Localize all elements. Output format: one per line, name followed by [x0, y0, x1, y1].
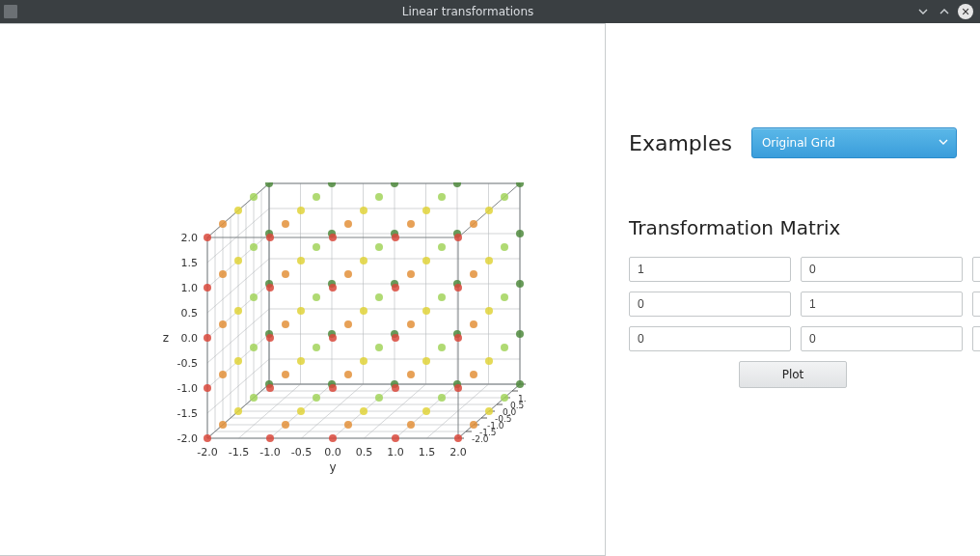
- svg-point-184: [219, 220, 227, 228]
- svg-point-199: [407, 220, 415, 228]
- svg-text:z: z: [163, 331, 169, 345]
- plot-button[interactable]: Plot: [739, 361, 847, 388]
- svg-point-161: [297, 357, 305, 365]
- svg-point-119: [391, 182, 398, 187]
- svg-point-137: [313, 293, 320, 301]
- matrix-input-1-2[interactable]: [972, 292, 980, 317]
- svg-point-138: [313, 243, 320, 251]
- workspace: -2.0-1.5-1.0-0.50.00.51.01.52.0-2.0-1.5-…: [0, 23, 980, 556]
- svg-point-150: [501, 394, 508, 402]
- svg-text:0.0: 0.0: [181, 332, 199, 345]
- svg-point-157: [234, 307, 242, 315]
- svg-text:1.0: 1.0: [518, 394, 526, 403]
- matrix-input-1-1[interactable]: [801, 292, 963, 317]
- svg-point-198: [407, 270, 415, 278]
- svg-point-217: [329, 334, 337, 342]
- svg-point-213: [266, 284, 274, 292]
- svg-point-203: [470, 270, 477, 278]
- svg-point-147: [438, 293, 446, 301]
- svg-text:-1.5: -1.5: [229, 446, 249, 459]
- plot-canvas[interactable]: -2.0-1.5-1.0-0.50.00.51.01.52.0-2.0-1.5-…: [10, 38, 595, 542]
- examples-dropdown[interactable]: Original Grid: [751, 127, 957, 158]
- svg-point-227: [454, 334, 462, 342]
- svg-point-139: [313, 193, 320, 201]
- app-icon: [4, 5, 17, 18]
- plot-pane: -2.0-1.5-1.0-0.50.00.51.01.52.0-2.0-1.5-…: [0, 23, 606, 556]
- svg-point-127: [516, 280, 524, 288]
- svg-point-171: [422, 357, 430, 365]
- svg-text:0.5: 0.5: [356, 446, 373, 459]
- examples-row: Examples Original Grid: [629, 127, 957, 158]
- matrix-input-0-0[interactable]: [629, 257, 791, 282]
- side-panel: Examples Original Grid Transformation Ma…: [606, 23, 980, 556]
- svg-point-141: [375, 344, 383, 351]
- svg-point-160: [297, 407, 305, 415]
- svg-point-196: [407, 371, 415, 378]
- svg-point-172: [422, 307, 430, 315]
- svg-point-215: [329, 434, 337, 442]
- svg-point-148: [438, 243, 446, 251]
- svg-point-228: [454, 284, 462, 292]
- matrix-input-2-0[interactable]: [629, 326, 791, 351]
- svg-point-143: [375, 243, 383, 251]
- svg-point-114: [328, 182, 336, 187]
- svg-point-179: [485, 207, 493, 214]
- svg-point-221: [392, 384, 399, 392]
- svg-point-214: [266, 234, 274, 241]
- svg-point-173: [422, 257, 430, 264]
- matrix-input-1-0[interactable]: [629, 292, 791, 317]
- svg-point-181: [219, 371, 227, 378]
- window-titlebar: Linear transformations ✕: [0, 0, 980, 23]
- matrix-input-0-1[interactable]: [801, 257, 963, 282]
- svg-point-145: [438, 394, 446, 402]
- svg-point-156: [234, 357, 242, 365]
- svg-point-195: [407, 421, 415, 429]
- svg-text:1.5: 1.5: [419, 446, 436, 459]
- svg-point-208: [204, 284, 211, 292]
- svg-point-185: [282, 421, 289, 429]
- svg-point-159: [234, 207, 242, 214]
- svg-text:1.5: 1.5: [181, 257, 199, 269]
- svg-point-174: [422, 207, 430, 214]
- svg-point-194: [344, 220, 352, 228]
- svg-point-180: [219, 421, 227, 429]
- svg-point-204: [470, 220, 477, 228]
- svg-text:-1.0: -1.0: [177, 382, 198, 395]
- svg-point-212: [266, 334, 274, 342]
- maximize-button[interactable]: [934, 1, 955, 22]
- chevron-up-icon: [939, 7, 949, 16]
- svg-point-188: [282, 270, 289, 278]
- matrix-grid: [629, 257, 957, 351]
- chevron-down-icon: [939, 136, 948, 150]
- svg-point-124: [453, 182, 461, 187]
- svg-point-216: [329, 384, 337, 392]
- svg-text:-1.0: -1.0: [259, 446, 280, 459]
- svg-point-229: [454, 234, 462, 241]
- svg-text:0.0: 0.0: [324, 446, 341, 459]
- matrix-input-2-2[interactable]: [972, 326, 980, 351]
- svg-point-153: [501, 243, 508, 251]
- svg-text:2.0: 2.0: [449, 446, 467, 459]
- svg-point-220: [392, 434, 399, 442]
- svg-point-207: [204, 334, 211, 342]
- close-icon: ✕: [958, 4, 973, 19]
- minimize-button[interactable]: [912, 1, 934, 22]
- close-button[interactable]: ✕: [955, 1, 976, 22]
- svg-point-155: [234, 407, 242, 415]
- matrix-input-0-2[interactable]: [972, 257, 980, 282]
- svg-point-202: [470, 320, 477, 328]
- svg-point-210: [266, 434, 274, 442]
- svg-point-167: [360, 307, 368, 315]
- svg-point-133: [250, 243, 258, 251]
- svg-text:-2.0: -2.0: [177, 432, 198, 445]
- svg-point-182: [219, 320, 227, 328]
- svg-point-109: [265, 182, 273, 187]
- matrix-input-2-1[interactable]: [801, 326, 963, 351]
- svg-point-206: [204, 384, 211, 392]
- svg-point-142: [375, 293, 383, 301]
- examples-heading: Examples: [629, 131, 732, 155]
- svg-point-149: [438, 193, 446, 201]
- plot-button-label: Plot: [782, 368, 804, 381]
- svg-text:y: y: [329, 460, 336, 474]
- svg-point-134: [250, 193, 258, 201]
